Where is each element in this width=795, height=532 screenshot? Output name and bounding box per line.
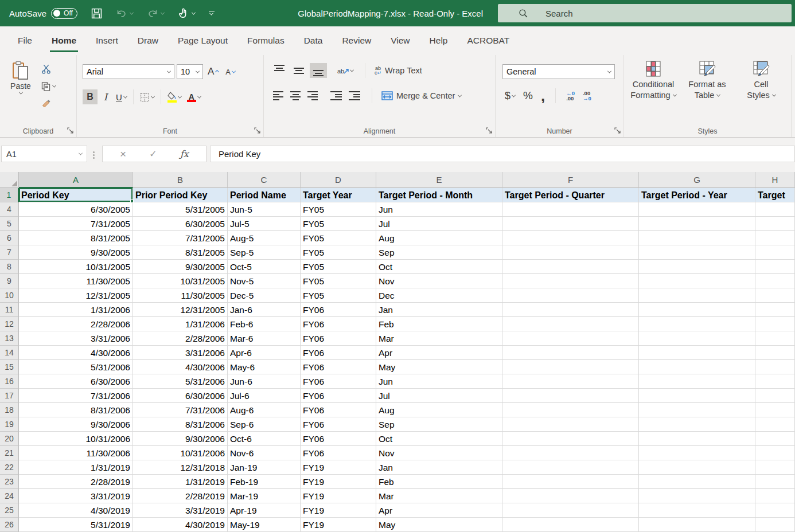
redo-button[interactable]	[147, 8, 164, 18]
row-header-15[interactable]: 15	[0, 360, 19, 374]
cell-D22[interactable]: FY19	[301, 460, 376, 475]
cell-A24[interactable]: 3/31/2019	[19, 489, 133, 503]
cell-G19[interactable]	[639, 417, 755, 432]
cell-G6[interactable]	[639, 231, 755, 245]
insert-function-button[interactable]: ƒx	[180, 148, 189, 159]
cell-H10[interactable]	[755, 288, 795, 303]
row-header-18[interactable]: 18	[0, 403, 19, 417]
cell-H22[interactable]	[755, 460, 795, 475]
cell-D21[interactable]: FY06	[301, 446, 376, 460]
cell-H4[interactable]	[755, 202, 795, 217]
tab-review[interactable]: Review	[332, 26, 381, 55]
cell-B12[interactable]: 1/31/2006	[133, 317, 228, 331]
cell-E23[interactable]: Feb	[376, 475, 502, 489]
cell-H26[interactable]	[755, 518, 795, 532]
column-header-a[interactable]: A	[19, 172, 133, 188]
comma-format-button[interactable]: ,	[539, 88, 547, 103]
cell-F8[interactable]	[502, 260, 639, 274]
cell-E20[interactable]: Oct	[376, 432, 502, 446]
cell-H9[interactable]	[755, 274, 795, 288]
cell-G1[interactable]: Target Period - Year	[639, 188, 755, 202]
wrap-text-button[interactable]: abc↵ Wrap Text	[375, 66, 422, 75]
cell-D14[interactable]: FY06	[301, 346, 376, 360]
cell-B23[interactable]: 1/31/2019	[133, 475, 228, 489]
cell-C24[interactable]: Mar-19	[228, 489, 301, 503]
cell-H11[interactable]	[755, 303, 795, 317]
cell-F22[interactable]	[502, 460, 639, 475]
row-header-24[interactable]: 24	[0, 489, 19, 503]
undo-button[interactable]	[116, 8, 133, 18]
cell-D20[interactable]: FY06	[301, 432, 376, 446]
copy-dropdown-icon[interactable]	[52, 84, 56, 88]
cell-C10[interactable]: Dec-5	[228, 288, 301, 303]
font-name-combo[interactable]: Arial	[83, 64, 174, 79]
cell-G11[interactable]	[639, 303, 755, 317]
cell-B18[interactable]: 7/31/2006	[133, 403, 228, 417]
cell-F11[interactable]	[502, 303, 639, 317]
cell-G8[interactable]	[639, 260, 755, 274]
row-header-19[interactable]: 19	[0, 417, 19, 432]
cell-D15[interactable]: FY06	[301, 360, 376, 374]
cell-C1[interactable]: Period Name	[228, 188, 301, 202]
cell-H19[interactable]	[755, 417, 795, 432]
cell-G15[interactable]	[639, 360, 755, 374]
cell-G14[interactable]	[639, 346, 755, 360]
cell-F24[interactable]	[502, 489, 639, 503]
number-dialog-launcher[interactable]	[614, 127, 621, 134]
tab-help[interactable]: Help	[420, 26, 458, 55]
cell-E5[interactable]: Jul	[376, 217, 502, 231]
cell-D17[interactable]: FY06	[301, 389, 376, 403]
cell-A14[interactable]: 4/30/2006	[19, 346, 133, 360]
paste-button[interactable]: Paste	[6, 61, 36, 95]
cell-G20[interactable]	[639, 432, 755, 446]
cell-F18[interactable]	[502, 403, 639, 417]
font-size-combo[interactable]: 10	[177, 64, 203, 79]
format-as-table-button[interactable]: Format as Table	[680, 60, 734, 100]
increase-indent-button[interactable]	[346, 88, 363, 103]
cell-A6[interactable]: 8/31/2005	[19, 231, 133, 245]
enter-button[interactable]: ✓	[149, 148, 157, 159]
cell-E22[interactable]: Jan	[376, 460, 502, 475]
cell-A9[interactable]: 11/30/2005	[19, 274, 133, 288]
cell-B5[interactable]: 6/30/2005	[133, 217, 228, 231]
cell-D13[interactable]: FY06	[301, 331, 376, 346]
cell-E6[interactable]: Aug	[376, 231, 502, 245]
cell-G16[interactable]	[639, 374, 755, 389]
cell-B25[interactable]: 3/31/2019	[133, 503, 228, 518]
formula-input[interactable]: Period Key	[210, 146, 795, 162]
column-header-g[interactable]: G	[639, 172, 755, 188]
cell-A25[interactable]: 4/30/2019	[19, 503, 133, 518]
cell-B16[interactable]: 5/31/2006	[133, 374, 228, 389]
cell-F23[interactable]	[502, 475, 639, 489]
column-header-d[interactable]: D	[301, 172, 376, 188]
cell-C8[interactable]: Oct-5	[228, 260, 301, 274]
row-header-7[interactable]: 7	[0, 245, 19, 260]
cell-D10[interactable]: FY05	[301, 288, 376, 303]
cell-B17[interactable]: 6/30/2006	[133, 389, 228, 403]
cell-A20[interactable]: 10/31/2006	[19, 432, 133, 446]
tab-home[interactable]: Home	[42, 26, 86, 55]
name-box-dropdown-icon[interactable]	[79, 151, 83, 155]
cell-D9[interactable]: FY05	[301, 274, 376, 288]
cell-B21[interactable]: 10/31/2006	[133, 446, 228, 460]
cell-C20[interactable]: Oct-6	[228, 432, 301, 446]
align-left-button[interactable]	[271, 88, 286, 103]
row-header-5[interactable]: 5	[0, 217, 19, 231]
cell-H15[interactable]	[755, 360, 795, 374]
cell-E8[interactable]: Oct	[376, 260, 502, 274]
cell-E15[interactable]: May	[376, 360, 502, 374]
cell-H23[interactable]	[755, 475, 795, 489]
align-right-button[interactable]	[305, 88, 320, 103]
tab-page-layout[interactable]: Page Layout	[168, 26, 237, 55]
cell-B6[interactable]: 7/31/2005	[133, 231, 228, 245]
row-header-26[interactable]: 26	[0, 518, 19, 532]
cell-F26[interactable]	[502, 518, 639, 532]
cell-B8[interactable]: 9/30/2005	[133, 260, 228, 274]
cell-E24[interactable]: Mar	[376, 489, 502, 503]
cell-D18[interactable]: FY06	[301, 403, 376, 417]
cell-styles-button[interactable]: Cell Styles	[734, 60, 788, 100]
cell-F16[interactable]	[502, 374, 639, 389]
cell-C4[interactable]: Jun-5	[228, 202, 301, 217]
cell-C9[interactable]: Nov-5	[228, 274, 301, 288]
row-header-16[interactable]: 16	[0, 374, 19, 389]
